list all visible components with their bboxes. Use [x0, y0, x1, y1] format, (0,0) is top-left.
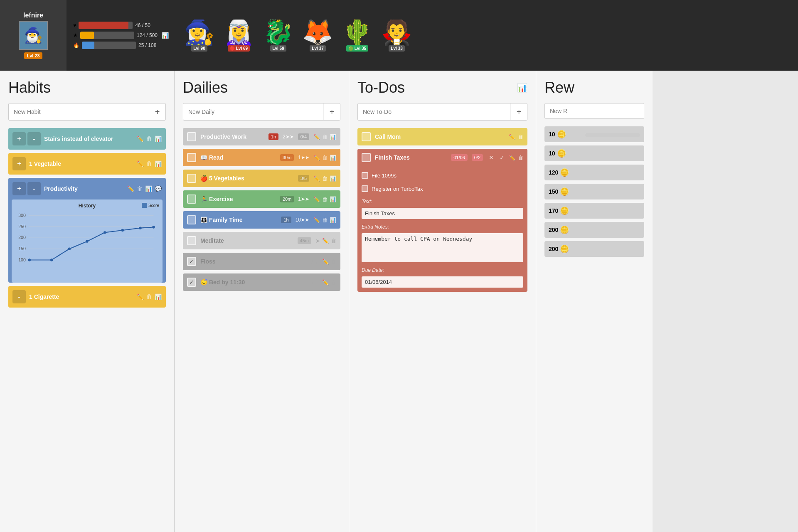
daily-streak-family: 10➤➤ — [296, 217, 309, 223]
daily-edit-meditate[interactable]: ➤ — [315, 238, 320, 244]
daily-edit-exercise[interactable]: ✏️ — [313, 196, 320, 202]
daily-delete-meditate[interactable]: ✏️ — [322, 238, 329, 244]
daily-checkbox-exercise[interactable] — [187, 195, 196, 204]
daily-edit-floss[interactable]: ✏️ — [322, 259, 329, 265]
daily-text-vegetables: 🍎 5 Vegetables — [200, 175, 294, 182]
todo-sub-check-turbotax[interactable] — [362, 185, 368, 192]
todo-notes-textarea[interactable]: Remember to call CPA on Wednesday — [362, 233, 523, 262]
habit-delete-cigarette[interactable]: 🗑 — [146, 293, 152, 300]
dailies-add-button[interactable]: + — [323, 103, 340, 120]
party-member-3: 🦊 Lvl 37 — [302, 20, 333, 52]
daily-edit-productive[interactable]: ✏️ — [313, 134, 320, 140]
reward-item-3[interactable]: 150 🪙 — [544, 184, 644, 200]
daily-checkbox-read[interactable] — [187, 153, 196, 162]
habit-minus-stairs[interactable]: - — [27, 132, 41, 145]
todos-add-input[interactable] — [358, 104, 510, 119]
daily-edit-vegetables[interactable]: ✏️ — [313, 175, 320, 182]
daily-chart-vegetables[interactable]: 📊 — [330, 175, 336, 182]
habit-chart-stairs[interactable]: 📊 — [155, 135, 162, 142]
reward-item-6[interactable]: 200 🪙 — [544, 241, 644, 257]
habit-chart-cigarette[interactable]: 📊 — [155, 293, 162, 300]
dailies-add-row[interactable]: + — [183, 103, 340, 121]
todo-due-input[interactable] — [362, 276, 523, 288]
todo-checkbox-callmom[interactable] — [362, 132, 371, 141]
rewards-add-row[interactable] — [544, 103, 644, 119]
daily-chart-meditate[interactable]: 🗑 — [331, 238, 336, 244]
habit-edit-cigarette[interactable]: ✏️ — [137, 293, 144, 300]
daily-text-family: 👨‍👩‍👧 Family Time — [200, 217, 277, 223]
daily-delete-family[interactable]: 🗑 — [322, 217, 328, 223]
party-sprite-1: 🧝‍♀️ — [223, 20, 254, 44]
todo-checkbox-taxes[interactable] — [362, 153, 371, 162]
daily-edit-read[interactable]: ✏️ — [313, 155, 320, 161]
habit-plus-vegetable[interactable]: + — [12, 157, 26, 170]
todo-due-taxes: 01/06 — [451, 154, 468, 161]
daily-chart-productive[interactable]: 📊 — [330, 134, 336, 140]
daily-chart-family[interactable]: 📊 — [330, 217, 336, 223]
daily-item-productive: Productive Work 1h 2➤➤ 0/4 ✏️ 🗑 📊 — [183, 128, 340, 145]
daily-delete-read[interactable]: 🗑 — [322, 155, 328, 161]
habit-minus-cigarette[interactable]: - — [12, 290, 26, 303]
todo-text-input[interactable] — [362, 208, 523, 219]
daily-chart-exercise[interactable]: 📊 — [330, 196, 336, 202]
habit-minus-productivity[interactable]: - — [27, 182, 41, 195]
reward-item-5[interactable]: 200 🪙 — [544, 222, 644, 238]
daily-checkbox-meditate[interactable] — [187, 236, 196, 245]
dailies-add-input[interactable] — [183, 104, 323, 119]
habit-edit-stairs[interactable]: ✏️ — [137, 135, 144, 142]
todo-confirm-taxes[interactable]: ✓ — [500, 154, 505, 161]
daily-checkbox-floss[interactable]: ✓ — [187, 257, 196, 266]
habit-plus-productivity[interactable]: + — [12, 182, 26, 195]
daily-checkbox-productive[interactable] — [187, 132, 196, 141]
habits-add-input[interactable] — [9, 104, 149, 119]
todo-delete-taxes[interactable]: 🗑 — [518, 155, 523, 161]
habit-chart-vegetable[interactable]: 📊 — [155, 160, 162, 167]
reward-item-0[interactable]: 10 🪙 — [544, 126, 644, 142]
dailies-column: Dailies + Productive Work 1h 2➤➤ 0/4 ✏️ … — [175, 71, 349, 532]
habit-plus-stairs[interactable]: + — [12, 132, 26, 145]
daily-delete-productive[interactable]: 🗑 — [322, 134, 328, 140]
reward-item-4[interactable]: 170 🪙 — [544, 203, 644, 219]
todo-edit-callmom[interactable]: ✏️ — [509, 134, 515, 140]
rewards-add-input[interactable] — [545, 103, 644, 118]
habit-delete-vegetable[interactable]: 🗑 — [146, 160, 152, 167]
todos-add-row[interactable]: + — [357, 103, 527, 121]
habit-notes-productivity[interactable]: 💬 — [155, 185, 162, 192]
daily-streak-floss: ➤➤ — [311, 259, 320, 265]
habit-delete-productivity[interactable]: 🗑 — [137, 185, 143, 192]
todos-add-button[interactable]: + — [510, 103, 527, 120]
avatar-sprite: 🧙‍♂️ — [24, 27, 43, 44]
daily-delete-vegetables[interactable]: 🗑 — [322, 175, 328, 182]
habit-chart-productivity[interactable]: 📊 — [145, 185, 152, 192]
xp-track — [80, 32, 134, 39]
todo-close-taxes[interactable]: ✕ — [489, 154, 494, 161]
daily-edit-bed[interactable]: ✏️ — [322, 279, 329, 286]
daily-checkbox-family[interactable] — [187, 215, 196, 224]
habit-edit-productivity[interactable]: ✏️ — [127, 185, 134, 192]
todo-edit-taxes[interactable]: ✏️ — [509, 155, 515, 161]
habits-add-button[interactable]: + — [149, 103, 165, 120]
todo-delete-callmom[interactable]: 🗑 — [518, 134, 523, 140]
mp-icon: 🔥 — [73, 42, 79, 48]
todo-subtask-turbotax: Register on TurboTax — [362, 184, 523, 194]
daily-edit-family[interactable]: ✏️ — [313, 217, 320, 223]
habits-add-row[interactable]: + — [8, 103, 166, 121]
hp-bar: ♥ 46 / 50 — [73, 22, 169, 29]
daily-delete-bed[interactable]: 🗑 — [331, 279, 336, 286]
daily-chart-read[interactable]: 📊 — [330, 155, 336, 161]
daily-checkbox-bed[interactable]: ✓ — [187, 278, 196, 287]
habit-edit-vegetable[interactable]: ✏️ — [137, 160, 144, 167]
reward-item-1[interactable]: 10 🪙 — [544, 145, 644, 161]
daily-text-floss: Floss — [200, 258, 307, 265]
daily-delete-floss[interactable]: 🗑 — [331, 259, 336, 265]
reward-item-2[interactable]: 120 🪙 — [544, 165, 644, 180]
todo-item-callmom: Call Mom ✏️ 🗑 — [357, 128, 527, 145]
todo-sub-check-1099s[interactable] — [362, 172, 368, 179]
habit-delete-stairs[interactable]: 🗑 — [146, 135, 152, 142]
todos-chart-icon[interactable]: 📊 — [517, 83, 527, 93]
todo-text-callmom: Call Mom — [375, 133, 505, 140]
daily-score-productive: 0/4 — [298, 133, 309, 140]
daily-delete-exercise[interactable]: 🗑 — [322, 196, 328, 202]
daily-streak-read: 1➤➤ — [298, 155, 309, 160]
daily-checkbox-vegetables[interactable] — [187, 174, 196, 183]
